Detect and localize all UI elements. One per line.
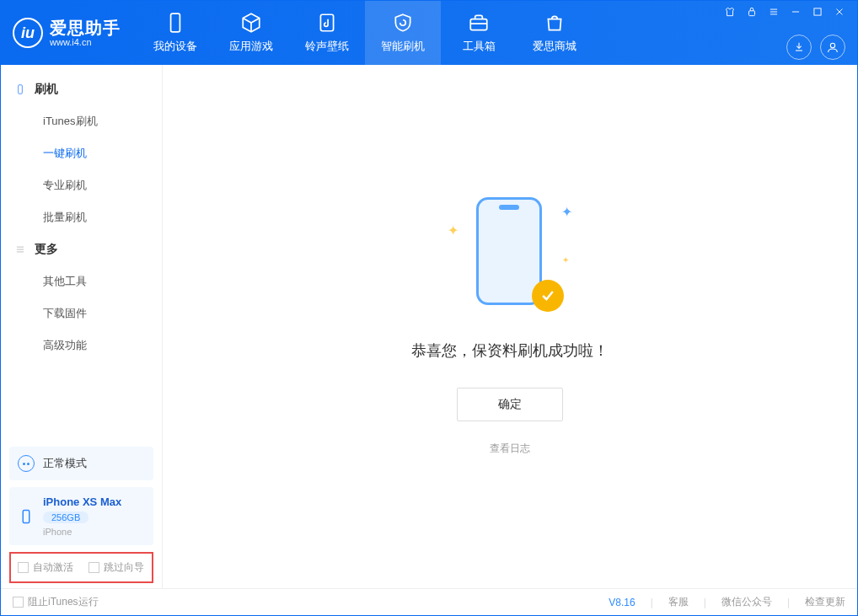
- tab-apps-games[interactable]: 应用游戏: [213, 1, 289, 65]
- window-controls: [724, 1, 845, 65]
- version-label: V8.16: [609, 597, 635, 608]
- tab-label: 工具箱: [463, 39, 496, 54]
- main-content: ✦ ✦ ✦ 恭喜您，保资料刷机成功啦！ 确定 查看日志: [163, 65, 857, 588]
- device-panel[interactable]: iPhone XS Max 256GB iPhone: [9, 487, 153, 545]
- svg-rect-16: [19, 85, 23, 94]
- close-button[interactable]: [834, 6, 845, 20]
- section-title-label: 更多: [35, 242, 58, 257]
- device-info: iPhone XS Max 256GB iPhone: [43, 495, 121, 537]
- svg-rect-6: [749, 11, 755, 16]
- view-log-link[interactable]: 查看日志: [490, 442, 530, 456]
- cube-icon: [240, 12, 262, 34]
- sidebar-item-oneclick-flash[interactable]: 一键刷机: [1, 137, 162, 169]
- tab-store[interactable]: 爱思商城: [517, 1, 593, 65]
- separator: |: [704, 597, 706, 608]
- sidebar-item-itunes-flash[interactable]: iTunes刷机: [1, 105, 162, 137]
- section-title-label: 刷机: [35, 82, 58, 97]
- window-bottom-controls: [786, 35, 845, 60]
- storage-badge: 256GB: [43, 512, 88, 523]
- device-type: iPhone: [43, 527, 121, 537]
- svg-rect-11: [814, 8, 821, 15]
- refresh-shield-icon: [392, 12, 414, 34]
- phone-illustration-icon: [476, 197, 542, 305]
- sidebar-item-batch-flash[interactable]: 批量刷机: [1, 201, 162, 233]
- success-title: 恭喜您，保资料刷机成功啦！: [411, 340, 609, 361]
- tab-toolbox[interactable]: 工具箱: [441, 1, 517, 65]
- app-title: 爱思助手: [50, 19, 121, 37]
- logo-area: iu 爱思助手 www.i4.cn: [13, 18, 121, 48]
- mode-label: 正常模式: [43, 456, 87, 471]
- sparkle-icon: ✦: [562, 255, 569, 265]
- lock-icon[interactable]: [746, 6, 758, 20]
- checkbox-label: 自动激活: [33, 560, 73, 575]
- list-icon: [14, 244, 26, 255]
- mode-panel[interactable]: 正常模式: [9, 447, 153, 480]
- checkbox-auto-activate[interactable]: 自动激活: [18, 560, 73, 575]
- tab-label: 爱思商城: [533, 39, 576, 54]
- customer-service-link[interactable]: 客服: [668, 595, 689, 609]
- sidebar-item-pro-flash[interactable]: 专业刷机: [1, 169, 162, 201]
- svg-rect-3: [320, 14, 333, 31]
- tab-smart-flash[interactable]: 智能刷机: [365, 1, 441, 65]
- app-subtitle: www.i4.cn: [50, 37, 121, 47]
- checkbox-block-itunes[interactable]: 阻止iTunes运行: [13, 595, 99, 609]
- nav-tabs: 我的设备 应用游戏 铃声壁纸 智能刷机 工具箱 爱思商城: [137, 1, 593, 65]
- download-button[interactable]: [786, 35, 812, 60]
- sparkle-icon: ✦: [561, 204, 572, 220]
- logo-text: 爱思助手 www.i4.cn: [50, 19, 121, 47]
- sidebar-section-flash: 刷机: [1, 73, 162, 105]
- sidebar: 刷机 iTunes刷机 一键刷机 专业刷机 批量刷机 更多 其他工具 下载固件 …: [1, 65, 163, 588]
- checkbox-label: 跳过向导: [104, 560, 144, 575]
- mode-icon: [18, 455, 35, 472]
- svg-rect-20: [23, 510, 29, 522]
- svg-point-15: [830, 43, 834, 47]
- checkbox-box-icon: [18, 562, 29, 573]
- minimize-button[interactable]: [790, 6, 802, 20]
- tab-ringtone-wallpaper[interactable]: 铃声壁纸: [289, 1, 365, 65]
- music-icon: [316, 12, 338, 34]
- checkbox-box-icon: [88, 562, 99, 573]
- body: 刷机 iTunes刷机 一键刷机 专业刷机 批量刷机 更多 其他工具 下载固件 …: [1, 65, 857, 588]
- sidebar-item-advanced[interactable]: 高级功能: [1, 329, 162, 362]
- shirt-icon[interactable]: [724, 6, 736, 20]
- tab-my-device[interactable]: 我的设备: [137, 1, 213, 65]
- svg-rect-0: [171, 13, 180, 32]
- tab-label: 我的设备: [153, 39, 197, 54]
- checkbox-box-icon: [13, 597, 24, 608]
- app-window: iu 爱思助手 www.i4.cn 我的设备 应用游戏 铃声壁纸 智能刷机: [0, 0, 858, 616]
- sidebar-item-download-firmware[interactable]: 下载固件: [1, 297, 162, 329]
- sidebar-item-other-tools[interactable]: 其他工具: [1, 265, 162, 297]
- svg-rect-4: [470, 19, 487, 30]
- checkbox-skip-guide[interactable]: 跳过向导: [88, 560, 144, 575]
- phone-icon: [164, 12, 186, 34]
- maximize-button[interactable]: [812, 6, 823, 20]
- device-name: iPhone XS Max: [43, 495, 121, 508]
- sidebar-scroll: 刷机 iTunes刷机 一键刷机 专业刷机 批量刷机 更多 其他工具 下载固件 …: [1, 65, 162, 447]
- device-icon: [18, 508, 35, 525]
- logo-icon: iu: [13, 18, 43, 48]
- toolbox-icon: [468, 12, 490, 34]
- user-button[interactable]: [820, 35, 845, 60]
- separator: |: [651, 597, 653, 608]
- titlebar: iu 爱思助手 www.i4.cn 我的设备 应用游戏 铃声壁纸 智能刷机: [1, 1, 857, 65]
- sparkle-icon: ✦: [448, 222, 458, 238]
- sidebar-section-more: 更多: [1, 233, 162, 265]
- checkbox-row-highlight: 自动激活 跳过向导: [9, 552, 153, 583]
- tab-label: 智能刷机: [381, 39, 425, 54]
- bag-icon: [544, 12, 566, 34]
- device-small-icon: [14, 83, 26, 95]
- menu-icon[interactable]: [768, 6, 780, 20]
- success-illustration: ✦ ✦ ✦: [459, 197, 560, 315]
- check-update-link[interactable]: 检查更新: [805, 595, 845, 609]
- tab-label: 应用游戏: [229, 39, 273, 54]
- confirm-button[interactable]: 确定: [457, 388, 563, 421]
- checkbox-label: 阻止iTunes运行: [28, 595, 99, 609]
- check-badge-icon: [532, 280, 564, 312]
- wechat-link[interactable]: 微信公众号: [721, 595, 772, 609]
- statusbar: 阻止iTunes运行 V8.16 | 客服 | 微信公众号 | 检查更新: [1, 588, 857, 615]
- separator: |: [787, 597, 790, 608]
- window-top-controls: [724, 6, 845, 20]
- tab-label: 铃声壁纸: [305, 39, 349, 54]
- statusbar-right: V8.16 | 客服 | 微信公众号 | 检查更新: [609, 595, 845, 609]
